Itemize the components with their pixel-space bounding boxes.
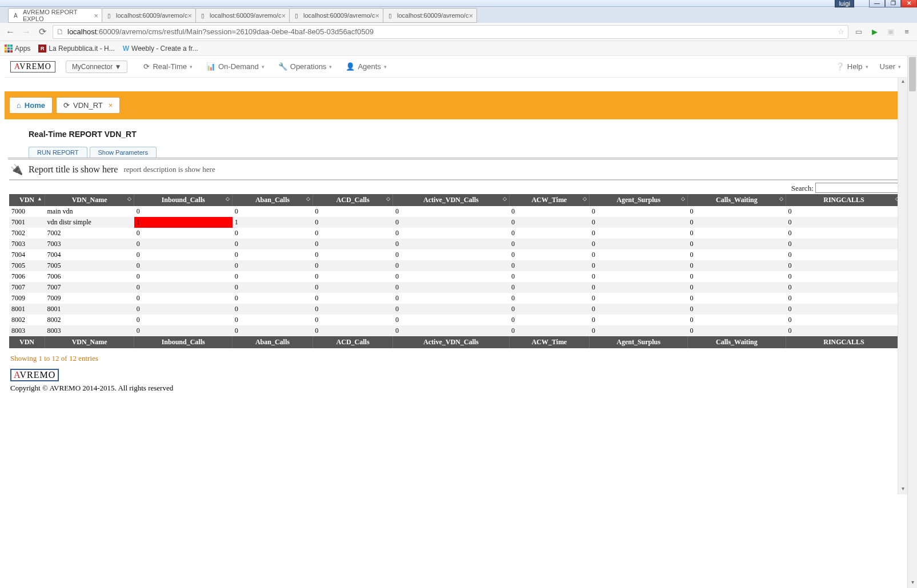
column-header[interactable]: ACD_Calls◇ bbox=[313, 194, 393, 206]
column-header[interactable]: Aban_Calls◇ bbox=[233, 194, 313, 206]
browser-tab[interactable]: AAVREMO REPORT EXPLO× bbox=[8, 8, 102, 23]
bookmark-weebly[interactable]: WWeebly - Create a fr... bbox=[123, 45, 198, 53]
column-footer: Agent_Surplus bbox=[590, 336, 688, 348]
column-header[interactable]: Inbound_Calls◇ bbox=[134, 194, 233, 206]
run-report-button[interactable]: RUN REPORT bbox=[29, 147, 87, 158]
table-row[interactable]: 8002800200000000 bbox=[9, 315, 902, 325]
table-cell: 0 bbox=[233, 304, 313, 315]
menu-realtime[interactable]: ⟳Real-Time▾ bbox=[143, 62, 192, 71]
chrome-menu-icon[interactable]: ≡ bbox=[901, 26, 912, 38]
table-cell: 0 bbox=[509, 217, 590, 228]
table-row[interactable]: 7000main vdn00000000 bbox=[9, 206, 902, 217]
browser-tab[interactable]: ▯localhost:60009/avremo/c× bbox=[289, 8, 383, 23]
table-row[interactable]: 7006700600000000 bbox=[9, 271, 902, 282]
caret-down-icon: ▾ bbox=[190, 64, 193, 70]
table-row[interactable]: 7005700500000000 bbox=[9, 260, 902, 271]
table-cell: 0 bbox=[313, 260, 393, 271]
brand-logo[interactable]: AVREMO bbox=[10, 61, 55, 73]
tab-close-icon[interactable]: × bbox=[187, 11, 192, 20]
table-row[interactable]: 8001800100000000 bbox=[9, 304, 902, 315]
column-footer: Calls_Waiting bbox=[688, 336, 786, 348]
tab-close-icon[interactable]: × bbox=[281, 11, 286, 20]
menu-user[interactable]: User▾ bbox=[880, 62, 901, 71]
table-row[interactable]: 7001vdn distr simple11000000 bbox=[9, 217, 902, 228]
column-header[interactable]: Active_VDN_Calls◇ bbox=[393, 194, 509, 206]
caret-down-icon: ▾ bbox=[329, 64, 332, 70]
browser-tab[interactable]: ▯localhost:60009/avremo/c× bbox=[383, 8, 477, 23]
scrollbar-thumb[interactable] bbox=[909, 57, 916, 91]
table-cell: 0 bbox=[688, 325, 786, 336]
browser-tab[interactable]: ▯localhost:60009/avremo/c× bbox=[102, 8, 196, 23]
table-cell: 0 bbox=[233, 260, 313, 271]
sort-icon: ◇ bbox=[779, 196, 783, 202]
table-cell: 0 bbox=[393, 293, 509, 304]
scroll-down-icon[interactable]: ▾ bbox=[908, 579, 917, 588]
extension-inactive-icon[interactable]: ▣ bbox=[885, 26, 896, 38]
window-minimize-button[interactable]: — bbox=[869, 0, 885, 7]
table-cell: 7004 bbox=[9, 249, 45, 260]
connector-dropdown[interactable]: MyConnector ▼ bbox=[66, 61, 128, 73]
table-info: Showing 1 to 12 of 12 entries bbox=[5, 348, 907, 369]
scroll-up-icon[interactable]: ▴ bbox=[898, 78, 907, 87]
menu-agents[interactable]: 👤Agents▾ bbox=[346, 62, 386, 71]
table-cell: 7003 bbox=[9, 239, 45, 249]
tab-home[interactable]: ⌂Home bbox=[9, 97, 53, 114]
menu-user-label: User bbox=[880, 62, 895, 71]
window-maximize-button[interactable]: ❐ bbox=[885, 0, 901, 7]
tab-close-icon[interactable]: × bbox=[375, 11, 379, 20]
table-cell: 0 bbox=[313, 282, 393, 293]
column-footer: VDN bbox=[9, 336, 45, 348]
table-cell: 7002 bbox=[45, 228, 134, 239]
column-header[interactable]: VDN▲ bbox=[9, 194, 45, 206]
repubblica-icon: R bbox=[38, 45, 46, 53]
show-parameters-button[interactable]: Show Parameters bbox=[90, 147, 157, 158]
table-row[interactable]: 7007700700000000 bbox=[9, 282, 902, 293]
tab-close-icon[interactable]: × bbox=[94, 11, 98, 20]
table-row[interactable]: 7002700200000000 bbox=[9, 228, 902, 239]
column-header[interactable]: VDN_Name◇ bbox=[45, 194, 134, 206]
sort-icon: ▲ bbox=[37, 196, 42, 202]
cast-icon[interactable]: ▭ bbox=[853, 26, 864, 38]
menu-help[interactable]: ❔Help▾ bbox=[835, 62, 868, 71]
caret-down-icon: ▾ bbox=[866, 64, 868, 70]
extension-play-icon[interactable]: ▶ bbox=[869, 26, 880, 38]
nav-back-button[interactable]: ← bbox=[5, 26, 16, 38]
table-row[interactable]: 7009700900000000 bbox=[9, 293, 902, 304]
nav-forward-button[interactable]: → bbox=[21, 26, 32, 38]
sort-icon: ◇ bbox=[583, 196, 587, 202]
tab-close-icon[interactable]: × bbox=[109, 101, 113, 110]
column-header[interactable]: RINGCALLS◇ bbox=[786, 194, 902, 206]
inner-scrollbar[interactable]: ▴ ▾ bbox=[898, 78, 907, 494]
browser-tab-title: localhost:60009/avremo/c bbox=[210, 12, 281, 19]
menu-operations[interactable]: 🔧Operations▾ bbox=[278, 62, 333, 71]
breadcrumb: ⌂Home ⟳VDN_RT× bbox=[8, 95, 903, 116]
table-cell: 0 bbox=[313, 228, 393, 239]
table-row[interactable]: 7003700300000000 bbox=[9, 239, 902, 249]
table-cell: 8001 bbox=[45, 304, 134, 315]
table-row[interactable]: 7004700400000000 bbox=[9, 249, 902, 260]
window-close-button[interactable]: ✕ bbox=[901, 0, 917, 7]
table-cell: 0 bbox=[233, 282, 313, 293]
caret-down-icon: ▾ bbox=[384, 64, 387, 70]
column-header[interactable]: Calls_Waiting◇ bbox=[688, 194, 786, 206]
bookmark-star-icon[interactable]: ☆ bbox=[838, 27, 844, 36]
browser-tab[interactable]: ▯localhost:60009/avremo/c× bbox=[195, 8, 290, 23]
tab-close-icon[interactable]: × bbox=[468, 11, 473, 20]
table-row[interactable]: 8003800300000000 bbox=[9, 325, 902, 336]
column-header[interactable]: ACW_Time◇ bbox=[509, 194, 590, 206]
url-input[interactable]: 🗋 localhost:60009/avremo/cms/restful/Mai… bbox=[53, 25, 848, 39]
nav-reload-button[interactable]: ⟳ bbox=[37, 26, 48, 38]
menu-ondemand[interactable]: 📊On-Demand▾ bbox=[206, 62, 265, 71]
table-cell: 0 bbox=[786, 217, 902, 228]
bookmark-repubblica[interactable]: RLa Repubblica.it - H... bbox=[38, 45, 114, 53]
sort-icon: ◇ bbox=[681, 196, 685, 202]
search-input[interactable] bbox=[815, 183, 901, 193]
scroll-down-icon[interactable]: ▾ bbox=[898, 485, 907, 494]
browser-address-bar: ← → ⟳ 🗋 localhost:60009/avremo/cms/restf… bbox=[0, 23, 917, 41]
outer-scrollbar[interactable]: ▴ ▾ bbox=[907, 56, 917, 588]
column-header[interactable]: Agent_Surplus◇ bbox=[590, 194, 688, 206]
bookmark-apps[interactable]: Apps bbox=[5, 45, 30, 53]
tab-vdn-rt[interactable]: ⟳VDN_RT× bbox=[56, 97, 120, 114]
table-cell: 0 bbox=[313, 315, 393, 325]
column-footer: VDN_Name bbox=[45, 336, 134, 348]
